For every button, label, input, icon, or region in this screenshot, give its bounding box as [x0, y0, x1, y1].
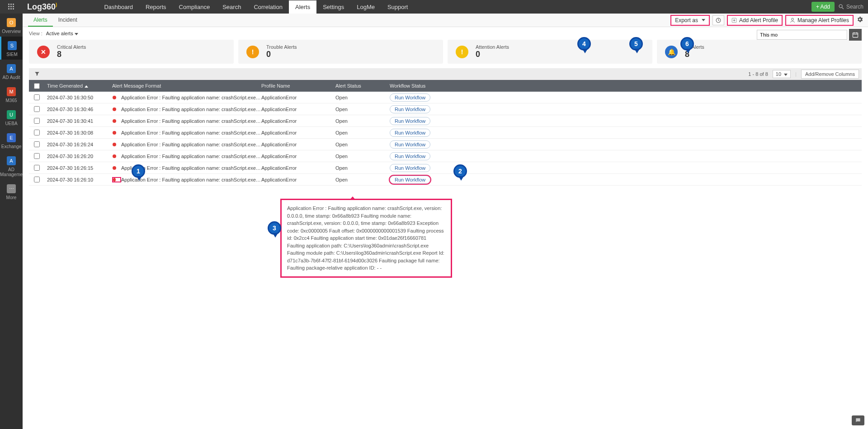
- svg-rect-1: [10, 4, 12, 5]
- svg-rect-7: [10, 8, 12, 9]
- apps-grid-icon[interactable]: [0, 3, 23, 10]
- svg-rect-0: [8, 4, 9, 5]
- topnav-dashboard[interactable]: Dashboard: [98, 0, 139, 14]
- topnav-alerts[interactable]: Alerts: [289, 0, 316, 14]
- topnav-logme[interactable]: LogMe: [350, 0, 381, 14]
- svg-point-9: [839, 5, 842, 8]
- add-button[interactable]: + Add: [811, 2, 835, 12]
- svg-rect-3: [8, 6, 9, 7]
- topnav-support[interactable]: Support: [381, 0, 415, 14]
- topnav-settings[interactable]: Settings: [316, 0, 350, 14]
- svg-rect-6: [8, 8, 9, 9]
- topnav-reports[interactable]: Reports: [139, 0, 173, 14]
- topnav-compliance[interactable]: Compliance: [173, 0, 217, 14]
- top-nav: DashboardReportsComplianceSearchCorrelat…: [98, 0, 811, 14]
- topnav-search[interactable]: Search: [216, 0, 247, 14]
- search-placeholder: Search: [846, 4, 863, 10]
- global-search[interactable]: Search: [838, 4, 863, 10]
- topnav-correlation[interactable]: Correlation: [247, 0, 289, 14]
- product-logo: Log360): [23, 2, 61, 12]
- svg-rect-2: [13, 4, 14, 5]
- svg-rect-4: [10, 6, 12, 7]
- svg-rect-5: [13, 6, 14, 7]
- topbar: Log360) DashboardReportsComplianceSearch…: [0, 0, 868, 14]
- svg-line-10: [842, 7, 844, 9]
- svg-rect-8: [13, 8, 14, 9]
